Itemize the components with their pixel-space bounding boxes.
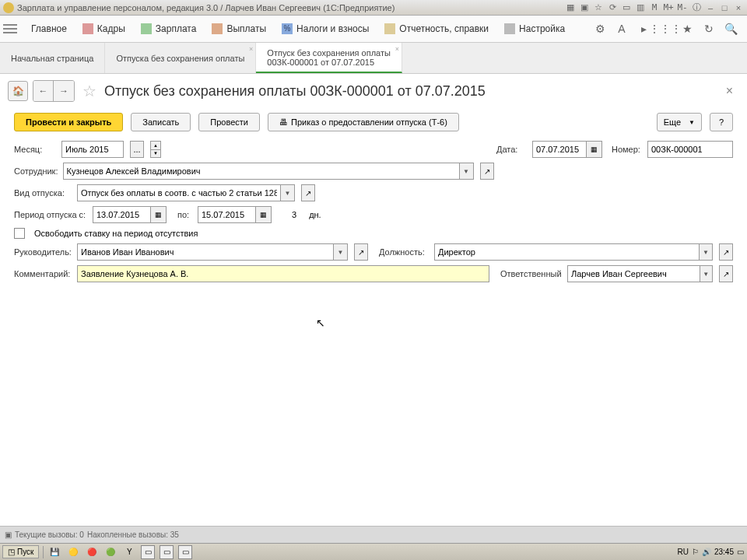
- grid-icon[interactable]: ⋮⋮⋮: [657, 20, 674, 37]
- titlebar-icon[interactable]: ▣: [579, 2, 590, 13]
- dropdown-icon[interactable]: ▼: [460, 163, 474, 180]
- kind-label: Вид отпуска:: [14, 188, 72, 198]
- days-count: 3: [292, 210, 296, 219]
- employee-input[interactable]: [63, 163, 460, 180]
- tab-vacations-list[interactable]: Отпуска без сохранения оплаты×: [105, 43, 256, 73]
- dropdown-icon[interactable]: ▼: [700, 265, 713, 282]
- dropdown-icon[interactable]: ▼: [281, 184, 295, 201]
- close-icon[interactable]: ×: [249, 45, 253, 53]
- position-input[interactable]: [434, 243, 700, 261]
- dropdown-icon[interactable]: ▼: [700, 243, 713, 261]
- open-ref-button[interactable]: ↗: [301, 184, 315, 201]
- titlebar-icon[interactable]: ▭: [621, 2, 632, 13]
- minimize-icon[interactable]: –: [705, 2, 716, 13]
- month-input[interactable]: [61, 141, 124, 158]
- titlebar-icon[interactable]: ▥: [635, 2, 646, 13]
- kind-input[interactable]: [77, 184, 281, 201]
- manager-input[interactable]: [77, 243, 334, 261]
- period-to-input[interactable]: [198, 206, 256, 223]
- tray-icon[interactable]: ⚐: [692, 548, 699, 556]
- hamburger-icon[interactable]: [3, 24, 17, 33]
- clock[interactable]: 23:45: [714, 548, 734, 556]
- document-title: Отпуск без сохранения оплаты 00ЗК-000001…: [104, 83, 486, 100]
- date-label: Дата:: [496, 145, 528, 154]
- titlebar-icon[interactable]: M+: [663, 2, 674, 13]
- tray-icon[interactable]: 🔊: [702, 548, 711, 556]
- tab-home[interactable]: Начальная страница: [0, 43, 105, 73]
- taskbar-icon[interactable]: 🟡: [66, 545, 80, 559]
- open-ref-button[interactable]: ↗: [480, 163, 494, 180]
- post-button[interactable]: Провести: [198, 113, 260, 131]
- comment-input[interactable]: [77, 265, 489, 282]
- taskbar-app[interactable]: ▭: [178, 545, 192, 559]
- print-icon: 🖶: [279, 117, 288, 127]
- tray-icon[interactable]: ▭: [737, 548, 744, 556]
- tab-vacation-doc[interactable]: Отпуск без сохранения оплаты 00ЗК-000001…: [256, 43, 402, 73]
- home-button[interactable]: 🏠: [8, 81, 28, 101]
- period-from-input[interactable]: [93, 206, 151, 223]
- post-and-close-button[interactable]: Провести и закрыть: [14, 113, 123, 131]
- system-tray: RU ⚐ 🔊 23:45 ▭: [678, 548, 747, 556]
- wallet-icon: [212, 23, 223, 34]
- history-icon[interactable]: ↻: [700, 20, 717, 37]
- close-icon[interactable]: ×: [733, 2, 744, 13]
- menu-zarplata[interactable]: Зарплата: [133, 16, 205, 42]
- open-ref-button[interactable]: ↗: [719, 265, 733, 282]
- status-calls-current: Текущие вызовы: 0: [15, 530, 84, 539]
- font-icon[interactable]: A: [613, 20, 630, 37]
- menu-otchet[interactable]: Отчетность, справки: [377, 16, 496, 42]
- more-button[interactable]: Еще: [657, 113, 702, 131]
- dropdown-icon[interactable]: ▼: [334, 243, 348, 261]
- taskbar-icon[interactable]: 🟢: [103, 545, 117, 559]
- month-picker-button[interactable]: ...: [130, 141, 144, 158]
- document-tabs: Начальная страница Отпуска без сохранени…: [0, 43, 747, 74]
- back-button[interactable]: ←: [33, 81, 54, 101]
- taskbar-icon[interactable]: 💾: [47, 545, 61, 559]
- forward-button[interactable]: →: [54, 81, 74, 101]
- open-ref-button[interactable]: ↗: [354, 243, 368, 261]
- titlebar-icon[interactable]: ▦: [565, 2, 576, 13]
- calendar-icon[interactable]: ▦: [587, 141, 602, 158]
- menu-nalogi[interactable]: %Налоги и взносы: [274, 16, 377, 42]
- titlebar-icon[interactable]: M-: [677, 2, 688, 13]
- close-document[interactable]: ×: [720, 84, 739, 98]
- titlebar-icon[interactable]: ⓘ: [691, 2, 702, 13]
- spin-down-icon[interactable]: ▼: [151, 150, 160, 158]
- gear-icon[interactable]: ⚙: [591, 20, 608, 37]
- taskbar-app[interactable]: ▭: [141, 545, 155, 559]
- manager-label: Руководитель:: [14, 247, 72, 257]
- titlebar-icon[interactable]: ☆: [593, 2, 604, 13]
- menu-nastroika[interactable]: Настройка: [496, 16, 573, 42]
- app-icon: [3, 2, 14, 13]
- titlebar-icon[interactable]: M: [649, 2, 660, 13]
- menu-main[interactable]: Главное: [23, 16, 75, 42]
- calendar-icon[interactable]: ▦: [256, 206, 272, 223]
- taskbar-icon[interactable]: Y: [122, 545, 136, 559]
- date-input[interactable]: [532, 141, 587, 158]
- number-input[interactable]: [647, 141, 733, 158]
- favorite-star-icon[interactable]: ☆: [82, 82, 96, 100]
- search-icon[interactable]: 🔍: [722, 20, 739, 37]
- menu-vyplaty[interactable]: Выплаты: [204, 16, 274, 42]
- days-unit: дн.: [309, 210, 321, 219]
- calendar-icon[interactable]: ▦: [151, 206, 167, 223]
- start-button[interactable]: ◳Пуск: [2, 545, 39, 558]
- spin-up-icon[interactable]: ▲: [151, 142, 160, 150]
- release-rate-checkbox[interactable]: [14, 228, 25, 239]
- maximize-icon[interactable]: □: [719, 2, 730, 13]
- responsible-input[interactable]: [567, 265, 700, 282]
- close-icon[interactable]: ×: [395, 45, 399, 53]
- month-spinner[interactable]: ▲▼: [150, 141, 161, 158]
- taskbar-app[interactable]: ▭: [160, 545, 174, 559]
- menu-kadry[interactable]: Кадры: [75, 16, 133, 42]
- help-button[interactable]: ?: [710, 113, 733, 131]
- star-icon[interactable]: ★: [679, 20, 696, 37]
- status-icon: ▣: [5, 530, 12, 539]
- open-ref-button[interactable]: ↗: [719, 243, 733, 261]
- titlebar-icon[interactable]: ⟳: [607, 2, 618, 13]
- taskbar: ◳Пуск 💾 🟡 🔴 🟢 Y ▭ ▭ ▭ RU ⚐ 🔊 23:45 ▭: [0, 543, 747, 560]
- print-order-button[interactable]: 🖶Приказ о предоставлении отпуска (Т-6): [268, 113, 459, 131]
- save-button[interactable]: Записать: [131, 113, 191, 131]
- lang-indicator[interactable]: RU: [678, 548, 689, 556]
- taskbar-icon[interactable]: 🔴: [85, 545, 99, 559]
